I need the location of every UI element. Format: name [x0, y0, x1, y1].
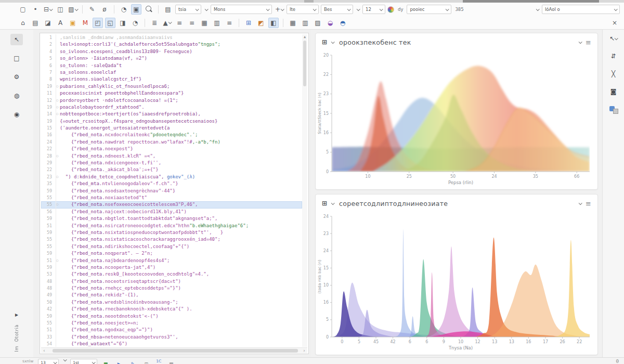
code-line[interactable]: 28○ {"rbed_nota.ndneest.klcR" =<",	[41, 153, 302, 160]
code-line[interactable]: 6so_tulonn: ·saleQada"t	[41, 62, 302, 69]
sliders-icon[interactable]: ⇵	[610, 53, 616, 60]
table-b-icon[interactable]: ▥	[300, 18, 310, 28]
code-line[interactable]: 59 {"rbed_nota.nbgtlot.toanttodtabktdat"…	[41, 215, 302, 222]
code-line[interactable]: 12○pordoroyotbert ·ndoletfcocoanalocoa! …	[41, 97, 302, 104]
code-line[interactable]: 7sa_soloons.eooelclaf	[41, 69, 302, 76]
code-line[interactable]: 51 {"rbed_nota.ngodxac_eqp"="}")	[41, 327, 302, 333]
code-line[interactable]: 55 {"rbed_nota.nsixtaticacoschorackaragg…	[41, 236, 302, 243]
collapse-chevron-icon[interactable]	[579, 201, 582, 205]
code-line[interactable]: 54 {"rbed_wataext"="6")	[41, 341, 302, 347]
panel-menu-icon[interactable]: ≡	[586, 38, 591, 46]
code-line[interactable]: 51 {"rbed_nota.nsircatroneoocodgtet.edcx…	[41, 223, 302, 229]
code-line[interactable]: 50 {"rbed_nota.wredsblincéinbvooausang-"…	[41, 299, 302, 306]
close-toolbar-icon[interactable]: ×	[609, 18, 620, 28]
code-line[interactable]: 1,sanlsiim _dndmianw ,asnmandaiiaanvaiiv…	[41, 34, 302, 41]
new-doc-icon[interactable]: □	[10, 53, 23, 64]
code-line[interactable]: 22 {"rbed_nota._akácat_bloa';=+{"}	[41, 166, 302, 173]
code-line[interactable]: 14○nobtteopotboce:>teertjert(os"iaaesdre…	[41, 111, 302, 118]
list-view-icon[interactable]: ≣	[149, 18, 160, 28]
text-tool-icon[interactable]: A	[55, 18, 66, 28]
window-float-icon[interactable]: ◨	[118, 18, 128, 28]
series-combo[interactable]: Ite	[287, 5, 319, 14]
rows-icon[interactable]: ≡	[224, 18, 235, 28]
sidebar-vertical-label-2[interactable]: Im	[14, 346, 19, 352]
font-size-combo[interactable]: 12	[362, 5, 385, 14]
dot-icon[interactable]: •	[30, 4, 41, 15]
code-line[interactable]: 55 {"rbed_nota.noesject>=n;	[41, 320, 302, 327]
code-line[interactable]: 29 {"rbed_nota.ndxicengeeex-t,fi'',	[41, 160, 302, 166]
chart-grid-icon[interactable]: ⊞	[322, 38, 327, 46]
code-line[interactable]: 19{=outet_rcsoitopX..f4spare_odngoubanse…	[41, 118, 302, 125]
split-pane-icon[interactable]: ◫	[55, 4, 66, 15]
notebook-icon[interactable]: ▤	[30, 18, 41, 28]
table-a-icon[interactable]: ▦	[288, 18, 298, 28]
mode-combo[interactable]: pooiec	[407, 5, 451, 14]
code-line[interactable]: 59 {"rbed_nota.ncooperta-jat",4")	[41, 264, 302, 271]
code-line[interactable]: 23○ ") d:kdnide_tetce_coopdnetiaiscua", …	[41, 174, 302, 180]
ruler-icon[interactable]: ⊟	[43, 4, 53, 15]
code-line[interactable]: 55 {"rbed_nota.noxiaastetod"t"	[41, 194, 302, 201]
panel-menu-icon[interactable]: ≡	[586, 200, 591, 207]
pencil-icon[interactable]: ✎	[87, 4, 97, 15]
page-combo[interactable]: 13	[38, 359, 59, 364]
window-right-icon[interactable]: ◱	[105, 18, 115, 28]
copy-format-icon[interactable]: ▤	[163, 4, 173, 15]
layout-grid-icon[interactable]: ▦	[199, 18, 210, 28]
editor-horizontal-scrollbar[interactable]: ‹ ›	[41, 347, 307, 353]
settings-gear-icon[interactable]: ⚙	[10, 71, 23, 83]
pen-icon[interactable]: ø	[99, 4, 110, 15]
zoom-search-icon[interactable]	[144, 4, 154, 15]
code-line[interactable]: 16 {"rbed_nota.ncxdocrolaiteokc"pdooeteq…	[41, 132, 302, 138]
book-view-icon[interactable]: ▥	[212, 18, 222, 28]
scroll-right-arrow[interactable]: ›	[301, 348, 307, 353]
search-scope-dropdown[interactable]	[535, 8, 540, 11]
pointer-up-icon[interactable]: ▲	[162, 18, 172, 28]
scroll-up-arrow[interactable]: ▲	[302, 34, 307, 40]
code-line-highlighted[interactable]: 55○ {"rbed_nota.nsefoxeeocoeeicottelesce…	[41, 201, 302, 208]
orb-dark-icon[interactable]: ◍	[10, 90, 23, 101]
window-left-icon[interactable]: ◰	[93, 18, 103, 28]
home-icon[interactable]: ⌂	[18, 18, 28, 28]
code-line[interactable]: 19○pubarions_cahlyklic_ot_fnousnledlpoca…	[41, 83, 302, 90]
style-combo[interactable]: tsia	[175, 5, 201, 14]
comment-icon[interactable]: ▣	[68, 18, 78, 28]
orb-clock-icon[interactable]: ◉	[10, 109, 23, 120]
code-line[interactable]: 42 {"rbed_nota.rnecbanoknooih-xdebsketca…	[41, 306, 302, 313]
table-color-icon[interactable]	[609, 106, 618, 113]
grid-color-icon[interactable]: ⊞	[243, 18, 254, 28]
hscroll-thumb[interactable]	[53, 349, 298, 353]
outline-a-icon[interactable]: ≡	[174, 18, 185, 28]
orbit-icon[interactable]: ◔	[130, 18, 140, 28]
code-line[interactable]: 19○poacalolobaytoordrf_xtahtood".	[41, 104, 302, 111]
styles-icon[interactable]: M	[80, 18, 90, 28]
edit-pen-icon[interactable]: ✎	[127, 359, 138, 364]
grid-small-icon[interactable]: ⊞	[141, 359, 151, 364]
units-more-dropdown[interactable]	[355, 8, 360, 11]
code-line[interactable]: 59 {"rbed_nota.neootdnotokst'<-(")	[41, 313, 302, 320]
code-line[interactable]: 59 {"rbed_nota.noqperat". — 2"n;	[41, 250, 302, 257]
pan-tool-icon[interactable]: ↖	[10, 34, 23, 45]
new-window-icon[interactable]: ▢	[18, 4, 28, 15]
green-square-icon[interactable]: ■	[100, 359, 111, 364]
lock-icon[interactable]: ◙	[610, 88, 617, 95]
style-more-dropdown[interactable]	[203, 8, 209, 11]
globe-icon[interactable]: ◔	[119, 4, 129, 15]
code-line[interactable]: 22 {"rbed_nota.noexpost"}	[41, 146, 302, 152]
align-anchor-icon[interactable]: +	[274, 4, 284, 15]
code-line[interactable]: 59 {"rbed_nota.nsodsaxtoengrèchnav"-44"}	[41, 188, 302, 194]
code-line[interactable]: 48 {"rbed_nota.rnehçc_eptebcosddetps"="}…	[41, 285, 302, 292]
grid-small2-icon[interactable]: ▦	[166, 359, 176, 364]
scroll-left-arrow[interactable]: ‹	[41, 348, 47, 353]
people-icon[interactable]: ◓	[337, 18, 348, 28]
collapse-chevron-icon[interactable]	[579, 40, 582, 44]
expand-panels-icon[interactable]: ╳	[612, 70, 615, 77]
code-line[interactable]: 55 {"rbed_nota.ndirikshocoectel,coofaag"…	[41, 243, 302, 250]
insert-image-icon[interactable]: ▧	[68, 4, 78, 15]
code-line[interactable]: 51○ {"rbed_nota.najbdeardenoopf4es4s4";	[41, 257, 302, 264]
page-stepper[interactable]	[62, 359, 67, 361]
search-combo[interactable]: lóAol o	[542, 5, 620, 14]
flag-icon[interactable]: ◒	[325, 18, 335, 28]
code-line[interactable]: 5so_árlonn> ·Iáiatodama(vf, =2")	[41, 55, 302, 62]
code-line[interactable]: 24 {"rbed_nota.nawdrat repocttocan.wo"la…	[41, 139, 302, 146]
hscroll-track[interactable]	[47, 348, 301, 353]
